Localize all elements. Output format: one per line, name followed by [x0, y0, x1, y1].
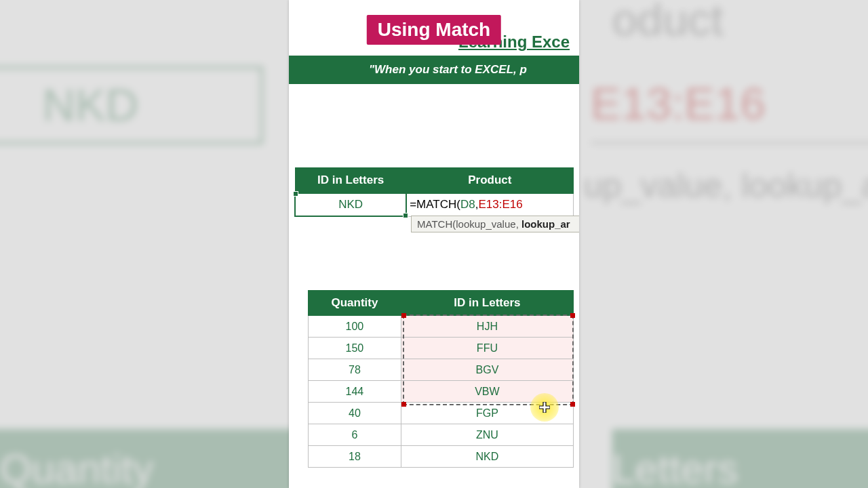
table-row[interactable]: 18NKD: [309, 446, 574, 468]
lookup-value-cell[interactable]: NKD: [295, 193, 406, 216]
data-table: Quantity ID in Letters 100HJH 150FFU 78B…: [308, 290, 574, 468]
cell-id[interactable]: BGV: [401, 359, 573, 381]
formula-input-cell[interactable]: =MATCH(D8,E13:E16: [406, 193, 573, 216]
cell-id[interactable]: FFU: [401, 338, 573, 359]
cell-qty[interactable]: 150: [309, 338, 401, 359]
lookup-table: ID in Letters Product NKD =MATCH(D8,E13:…: [294, 167, 574, 217]
table-row[interactable]: 100HJH: [309, 316, 574, 338]
lookup-header-product: Product: [406, 168, 573, 194]
video-badge: Using Match: [367, 15, 501, 45]
table-row[interactable]: 144VBW: [309, 381, 574, 403]
cell-qty[interactable]: 78: [309, 359, 401, 381]
tagline-bar: "When you start to EXCEL, p: [289, 56, 579, 84]
cell-qty[interactable]: 144: [309, 381, 401, 403]
tooltip-arg1: lookup_value: [456, 218, 515, 230]
cell-qty[interactable]: 18: [309, 446, 401, 468]
data-header-id: ID in Letters: [401, 291, 573, 316]
formula-ref1: D8: [460, 198, 475, 211]
cell-qty[interactable]: 6: [309, 424, 401, 446]
formula-ref2: E13:E16: [478, 198, 522, 211]
table-row[interactable]: 6ZNU: [309, 424, 574, 446]
formula-prefix: =MATCH(: [410, 198, 460, 211]
cell-qty[interactable]: 100: [309, 316, 401, 338]
cell-id[interactable]: VBW: [401, 381, 573, 403]
cell-id[interactable]: FGP: [401, 403, 573, 424]
tooltip-fn: MATCH(: [417, 218, 456, 230]
table-row[interactable]: 40FGP: [309, 403, 574, 424]
cell-qty[interactable]: 40: [309, 403, 401, 424]
table-row[interactable]: 150FFU: [309, 338, 574, 359]
cell-id[interactable]: HJH: [401, 316, 573, 338]
formula-tooltip: MATCH(lookup_value, lookup_ar: [411, 216, 579, 232]
tooltip-arg2: lookup_ar: [521, 218, 570, 230]
lookup-header-id: ID in Letters: [295, 168, 406, 194]
data-header-quantity: Quantity: [309, 291, 401, 316]
table-row[interactable]: 78BGV: [309, 359, 574, 381]
cell-id[interactable]: NKD: [401, 446, 573, 468]
foreground-panel: Learning Exce "When you start to EXCEL, …: [289, 0, 579, 488]
cell-id[interactable]: ZNU: [401, 424, 573, 446]
tooltip-sep: ,: [516, 218, 521, 230]
